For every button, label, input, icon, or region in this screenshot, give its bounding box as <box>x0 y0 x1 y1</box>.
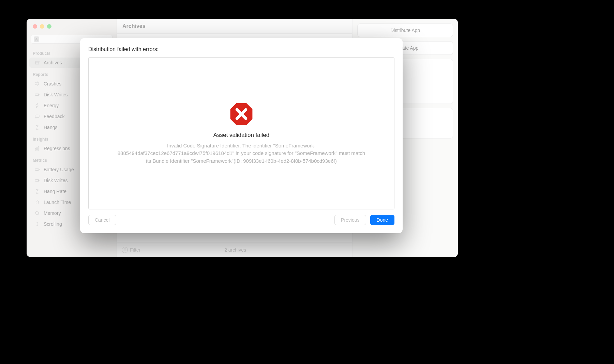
rocket-icon <box>34 199 40 205</box>
bolt-icon <box>34 102 40 109</box>
svg-point-11 <box>38 180 39 180</box>
sidebar-item-label: Disk Writes <box>44 92 68 97</box>
zoom-window-button[interactable] <box>47 24 51 29</box>
cancel-button[interactable]: Cancel <box>88 215 116 225</box>
button-label: Distribute App <box>390 28 420 33</box>
dialog-button-row: Cancel Previous Done <box>88 209 394 225</box>
svg-rect-1 <box>35 62 39 64</box>
svg-rect-7 <box>38 147 39 151</box>
sidebar-item-label: Scrolling <box>44 221 62 227</box>
filter-field[interactable]: ☰ Filter <box>122 247 140 253</box>
scroll-icon <box>34 221 40 227</box>
sidebar-item-label: Crashes <box>44 81 61 86</box>
svg-rect-6 <box>37 147 38 150</box>
previous-button[interactable]: Previous <box>334 215 366 225</box>
button-label: Done <box>377 217 388 223</box>
minimize-window-button[interactable] <box>40 24 44 29</box>
done-button[interactable]: Done <box>370 215 394 225</box>
sidebar-item-label: Feedback <box>44 114 64 119</box>
distribute-app-button[interactable]: Distribute App <box>357 23 453 37</box>
filter-placeholder: Filter <box>130 247 140 253</box>
hourglass-icon <box>34 124 40 130</box>
button-label: Previous <box>341 217 359 223</box>
sidebar-item-label: Hang Rate <box>44 189 66 194</box>
svg-rect-8 <box>35 169 39 170</box>
sidebar-item-label: Launch Time <box>44 200 71 205</box>
distribution-error-dialog: Distribution failed with errors: Asset v… <box>80 38 403 233</box>
error-stop-icon <box>229 102 254 126</box>
button-label: Cancel <box>95 217 110 223</box>
app-store-icon: A <box>34 36 39 42</box>
sidebar-item-label: Regressions <box>44 146 70 151</box>
close-window-button[interactable] <box>33 24 37 29</box>
sidebar-item-label: Battery Usage <box>44 167 74 172</box>
svg-rect-4 <box>35 115 39 117</box>
disk-icon <box>34 177 40 184</box>
filter-icon: ☰ <box>122 247 128 253</box>
battery-icon <box>34 167 40 173</box>
dialog-title: Distribution failed with errors: <box>88 46 394 52</box>
page-title: Archives <box>117 19 352 34</box>
disk-icon <box>34 92 40 98</box>
chip-icon <box>34 210 40 216</box>
footer-bar: ☰ Filter 2 archives <box>117 242 352 257</box>
bars-icon <box>34 145 40 152</box>
sidebar-item-label: Hangs <box>44 125 57 130</box>
crash-icon <box>34 81 40 87</box>
archive-icon <box>34 60 40 66</box>
svg-rect-9 <box>39 169 39 170</box>
archive-count: 2 archives <box>146 247 347 253</box>
sidebar-item-label: Energy <box>44 103 59 108</box>
hourglass-icon <box>34 188 40 194</box>
svg-point-3 <box>38 94 39 95</box>
svg-rect-5 <box>35 148 36 150</box>
dialog-body: Asset validation failed Invalid Code Sig… <box>88 57 394 209</box>
sidebar-item-label: Memory <box>44 210 61 216</box>
error-message: Invalid Code Signature Identifier. The i… <box>115 142 368 165</box>
svg-rect-12 <box>36 212 39 215</box>
sidebar-item-label: Archives <box>44 60 62 65</box>
sidebar-item-label: Disk Writes <box>44 178 68 183</box>
window-controls <box>27 23 117 35</box>
chat-icon <box>34 113 40 120</box>
error-heading: Asset validation failed <box>213 132 269 139</box>
